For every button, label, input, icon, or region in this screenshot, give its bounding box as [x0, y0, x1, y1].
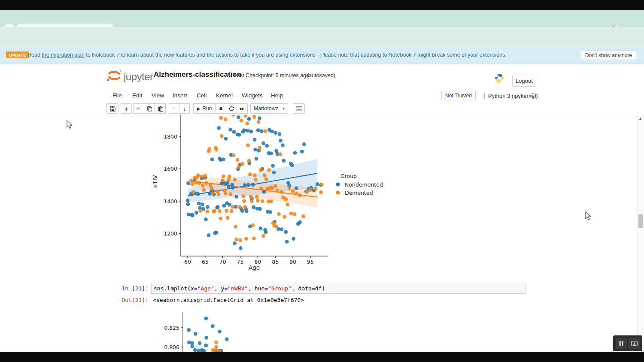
- svg-text:0.800: 0.800: [164, 344, 179, 350]
- jupyter-header: jupyter Alzheimers-classification Last C…: [0, 64, 644, 89]
- menu-insert[interactable]: Insert: [173, 92, 187, 99]
- run-label: Run: [202, 106, 212, 112]
- banner-text-before: Read: [27, 52, 42, 58]
- svg-text:0.825: 0.825: [164, 325, 179, 331]
- svg-text:1600: 1600: [164, 166, 177, 172]
- menu-edit[interactable]: Edit: [132, 92, 142, 99]
- svg-text:1800: 1800: [164, 133, 177, 140]
- banner-text-after: to Notebook 7 to learn about the new fea…: [85, 52, 507, 58]
- move-cell-down-button[interactable]: ↓: [179, 103, 190, 114]
- save-button[interactable]: [106, 103, 118, 114]
- cut-cell-button[interactable]: ✂: [133, 103, 144, 114]
- restart-run-all-button[interactable]: ▶▶: [237, 103, 248, 114]
- screen: { "browser": { "tab_search_icon": "v", "…: [0, 0, 644, 362]
- command-palette-button[interactable]: [293, 103, 305, 114]
- person-frame-icon: [631, 341, 638, 346]
- jupyter-logo[interactable]: jupyter: [106, 69, 153, 82]
- restart-icon: [229, 106, 234, 112]
- paste-icon: [158, 106, 163, 112]
- svg-text:85: 85: [272, 259, 279, 265]
- output-text: <seaborn.axisgrid.FacetGrid at 0x1e0e3e7…: [153, 297, 304, 303]
- menu-file[interactable]: File: [112, 92, 122, 99]
- scrollbar-thumb[interactable]: [638, 214, 643, 228]
- cell-type-select[interactable]: Markdown ▾: [250, 103, 288, 114]
- notebook-toolbar: + ✂ ↑ ↓ ▶Run ■ ▶▶ Markdow: [0, 102, 644, 115]
- svg-text:1400: 1400: [164, 198, 177, 205]
- svg-text:70: 70: [219, 259, 226, 265]
- move-cell-up-button[interactable]: ↑: [169, 103, 179, 114]
- copy-icon: [147, 106, 152, 112]
- svg-text:65: 65: [202, 259, 209, 265]
- browser-nav-row: ← → i localhost:8888/notebooks/Alzheimer…: [0, 27, 644, 48]
- jupyter-logo-icon: [106, 69, 122, 82]
- kernel-name: Python 3 (ipykernel): [484, 93, 538, 99]
- python-logo-icon: [495, 73, 504, 83]
- play-icon: ▶: [197, 106, 200, 111]
- keyboard-icon: [296, 106, 302, 111]
- top-letterbox-bar: [0, 0, 644, 10]
- input-prompt: In [21]:: [121, 285, 149, 292]
- svg-text:75: 75: [237, 259, 244, 265]
- kernel-status-icon: [530, 93, 536, 99]
- mouse-cursor: [65, 120, 73, 130]
- migration-plan-link[interactable]: the migration plan: [42, 52, 84, 58]
- copy-cell-button[interactable]: [144, 103, 155, 114]
- update-badge: UPDATE: [6, 51, 29, 58]
- svg-text:Demented: Demented: [345, 190, 373, 196]
- menu-kernel[interactable]: Kernel: [216, 92, 233, 99]
- dont-show-anymore-button[interactable]: Don't show anymore: [581, 51, 636, 60]
- autosave-status: (autosaved): [307, 72, 335, 78]
- svg-text:1200: 1200: [164, 230, 177, 237]
- banner-message: Read the migration plan to Notebook 7 to…: [27, 52, 581, 58]
- menu-help[interactable]: Help: [271, 92, 283, 99]
- notebook-title[interactable]: Alzheimers-classification: [154, 70, 241, 79]
- menu-view[interactable]: View: [152, 92, 164, 99]
- svg-text:eTIV: eTIV: [152, 175, 158, 188]
- notebook-menubar: File Edit View Insert Cell Kernel Widget…: [0, 89, 644, 103]
- save-icon: [110, 106, 115, 112]
- not-trusted-button[interactable]: Not Trusted: [441, 91, 476, 100]
- restart-kernel-button[interactable]: [226, 103, 237, 114]
- svg-text:90: 90: [289, 259, 296, 265]
- svg-text:Age: Age: [249, 264, 260, 271]
- menu-widgets[interactable]: Widgets: [242, 92, 263, 99]
- webcam-toggle-button[interactable]: [629, 338, 640, 349]
- code-cell-input[interactable]: sns.lmplot(x="Age", y="nWBV", hue="Group…: [151, 283, 526, 294]
- pause-recording-button[interactable]: [616, 338, 627, 349]
- menu-cell[interactable]: Cell: [197, 92, 207, 99]
- pause-icon: [619, 341, 623, 346]
- browser-tab-strip: Alzheimers-classification - Jupy × Docum…: [0, 10, 644, 27]
- logout-button[interactable]: Logout: [512, 75, 536, 87]
- jupyter-wordmark: jupyter: [124, 72, 153, 82]
- mouse-cursor-secondary: [584, 211, 592, 221]
- insert-cell-button[interactable]: +: [121, 103, 132, 114]
- recording-controls: [613, 335, 642, 351]
- svg-text:60: 60: [184, 259, 191, 265]
- run-cell-button[interactable]: ▶Run: [193, 103, 216, 114]
- lmplot-etiv-vs-age: 60657075808590951200140016001800AgeeTIVG…: [146, 115, 412, 275]
- chevron-down-icon: ▾: [283, 106, 285, 111]
- output-prompt: Out[21]:: [121, 297, 149, 303]
- bottom-letterbox-bar: [0, 352, 644, 362]
- svg-text:95: 95: [307, 259, 314, 265]
- scroll-up-arrow[interactable]: ▲: [638, 116, 642, 121]
- checkpoint-status: Last Checkpoint: 5 minutes ago: [234, 72, 309, 78]
- scrollbar-track[interactable]: [637, 115, 644, 352]
- cell-type-value: Markdown: [254, 106, 279, 112]
- interrupt-kernel-button[interactable]: ■: [215, 103, 226, 114]
- code-line: sns.lmplot(x="Age", y="nWBV", hue="Group…: [154, 285, 325, 292]
- lmplot-nwbv-vs-age-partial: 0.8250.800: [155, 311, 301, 352]
- migration-banner: UPDATE Read the migration plan to Notebo…: [0, 48, 644, 64]
- paste-cell-button[interactable]: [155, 103, 166, 114]
- svg-text:Nondemented: Nondemented: [345, 181, 383, 188]
- svg-text:Group: Group: [340, 173, 357, 179]
